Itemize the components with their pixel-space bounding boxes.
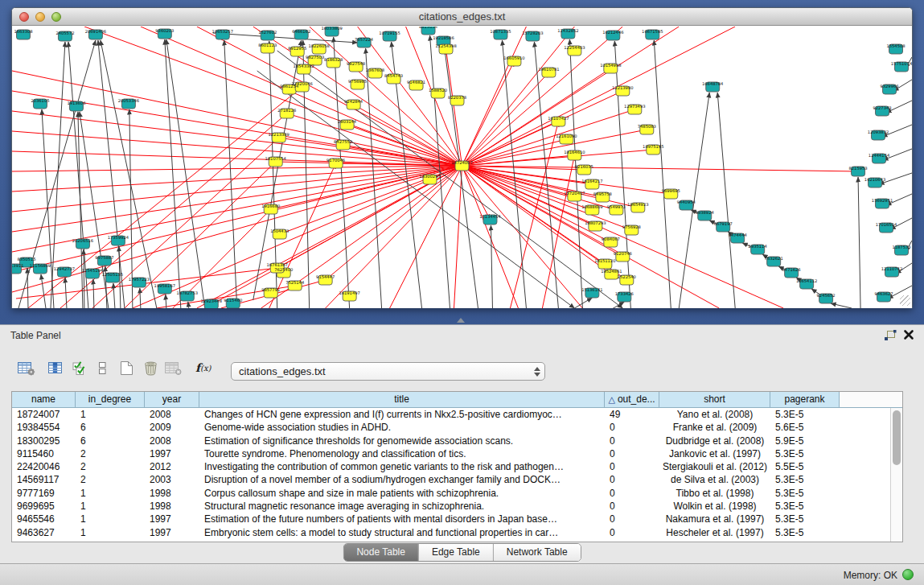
column-header-out_de[interactable]: △out_de... [605,392,659,408]
network-canvas[interactable]: 1663308240557220691406936020310653257152… [12,27,912,308]
table-row[interactable]: 911546021997Tourette syndrome. Phenomeno… [12,447,890,460]
graph-node-label: 18807293 [585,220,606,225]
close-window-button[interactable] [19,12,29,22]
table-cell: 5.6E-5 [770,421,840,434]
tab-edge-table[interactable]: Edge Table [419,544,494,561]
table-row[interactable]: 1830029562008Estimation of significance … [12,435,890,447]
zoom-window-button[interactable] [51,12,61,22]
table-cell: 9699695 [12,500,76,513]
graph-node-label: 12093832 [868,130,889,134]
column-header-year[interactable]: year [145,392,199,408]
tab-network-table[interactable]: Network Table [494,544,581,561]
table-row[interactable]: 2242004622012Investigating the contribut… [12,460,890,473]
graph-node-label: 1527602 [258,30,277,35]
graph-edge [574,298,592,308]
table-row[interactable]: 1872400712008Changes of HCN gene express… [12,408,890,421]
graph-node-label: 8216035 [575,164,593,169]
graph-node-label: 8912955 [288,46,306,51]
graph-edge [462,166,859,171]
graph-node-label: 16605910 [503,56,524,60]
graph-node-label: 12923448 [201,299,222,303]
table-settings-icon[interactable] [18,360,35,376]
graph-edge [446,49,462,166]
graph-edge [717,93,735,308]
function-builder-icon[interactable]: f(x) [195,361,211,374]
sort-ascending-icon: △ [608,394,614,404]
graph-node-label: 8427552 [334,139,352,144]
select-rows-icon[interactable] [72,360,87,376]
table-cell: 5.3E-5 [770,513,840,525]
minimize-window-button[interactable] [35,12,45,22]
table-cell: 5.3E-5 [770,500,840,513]
graph-edge [93,279,94,308]
graph-node-label: 9242844 [344,99,363,104]
table-cell: 6 [76,435,145,447]
graph-edge [197,166,462,308]
table-cell: 1998 [145,500,199,513]
table-row[interactable]: 969969511998Structural magnetic resonanc… [12,500,890,513]
panel-title: Table Panel [10,330,61,341]
table-cell: 9115460 [12,447,76,460]
table-cell: 0 [605,487,659,500]
graph-node-label: 16648784 [702,81,724,86]
table-cell: Jankovic et al. (1997) [659,447,770,460]
table-vertical-scrollbar[interactable] [890,408,902,542]
table-cell: 2008 [145,408,199,421]
graph-node-label: 12973493 [624,104,645,109]
table-row[interactable]: 946362711997Embryonic stem cells: a mode… [12,526,890,539]
graph-node-label: 1733426 [615,291,634,296]
graph-node-label: 16543382 [293,64,314,68]
graph-node-label: 22420046 [291,81,312,86]
graph-node-label: 2522540 [618,274,636,279]
column-header-short[interactable]: short [659,392,770,408]
table-source-select[interactable]: citations_edges.txt [231,362,545,381]
table-cell: Hescheler et al. (1997) [659,526,770,539]
tab-node-table[interactable]: Node Table [343,544,419,561]
memory-status-indicator[interactable] [902,569,914,580]
graph-node-label: 16782753 [177,290,198,295]
graph-node-label: 9474444 [729,233,748,237]
graph-node-label: 10653257 [212,29,233,34]
column-visibility-icon[interactable] [47,360,63,376]
table-row[interactable]: 977716911998Corpus callosum shape and si… [12,487,890,500]
table-row[interactable]: 946554611997Estimation of the future num… [12,513,890,525]
table-cell: 0 [605,460,659,473]
graph-node-label: 9115460 [224,298,242,303]
graph-node-label: 1504433 [270,229,289,233]
table-toolbar: f(x) [18,357,211,378]
scrollbar-thumb[interactable] [893,410,901,465]
graph-node-label: 2367608 [366,68,384,72]
window-title: citations_edges.txt [12,8,912,26]
close-panel-icon[interactable] [903,329,914,340]
table-row[interactable]: 1456911722003Disruption of a novel membe… [12,473,890,486]
node-attribute-table: namein_degreeyeartitle△out_de...shortpag… [11,391,903,542]
graph-node-label: 17016504 [876,222,897,227]
panel-divider-handle[interactable] [457,318,465,323]
window-titlebar[interactable]: citations_edges.txt [12,8,912,26]
table-cell: 2 [76,447,145,460]
row-mode-icon[interactable] [98,360,107,376]
graph-edge [326,166,462,308]
float-panel-icon[interactable] [884,330,897,341]
table-cell: 1997 [145,513,199,525]
table-row[interactable]: 1938455462009Genome-wide association stu… [12,421,890,434]
column-header-in_degree[interactable]: in_degree [76,392,145,408]
window-resize-grip[interactable] [900,295,910,306]
table-cell: 0 [605,526,659,539]
graph-node-label: 1187533 [892,245,910,249]
delete-icon[interactable] [144,360,158,376]
graph-node-label: 15136141 [581,287,602,292]
new-document-icon[interactable] [120,360,133,376]
graph-node-label: 20053346 [118,98,139,103]
table-cell: 1 [76,500,145,513]
table-cell: 1997 [145,526,199,539]
graph-node-label: 1916680 [261,204,280,208]
column-header-title[interactable]: title [199,392,605,408]
column-header-name[interactable]: name [12,392,76,408]
graph-node-label: 9463627 [874,291,893,296]
graph-node-label: 6466162 [292,29,310,34]
column-header-pagerank[interactable]: pagerank [770,392,840,408]
graph-node-label: 11254398 [435,43,456,48]
graph-node-label: 17359924 [108,235,129,240]
graph-node-label: 16164217 [581,179,602,183]
